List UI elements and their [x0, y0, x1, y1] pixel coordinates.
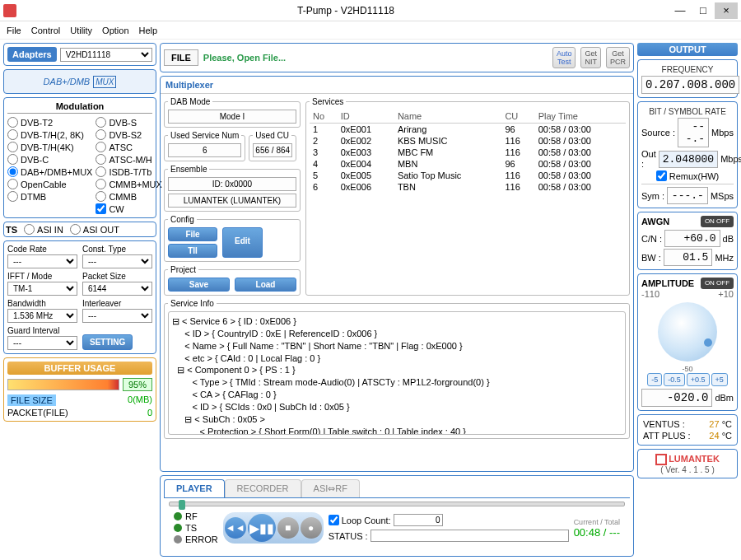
amplitude-value[interactable]: -020.0	[641, 389, 712, 407]
modulation-cmmb[interactable]: CMMB	[96, 191, 161, 202]
stop-button[interactable]: ■	[277, 517, 299, 539]
modulation-dvb-s2[interactable]: DVB-S2	[96, 129, 161, 140]
modulation-isdb-t-tb[interactable]: ISDB-T/Tb	[96, 166, 161, 177]
modulation-cmmb-mux[interactable]: CMMB+MUX	[96, 179, 161, 189]
packet-value: 0	[147, 408, 152, 418]
bandwidth-select[interactable]: 1.536 MHz	[7, 309, 77, 323]
remux-check[interactable]: Remux(HW)	[641, 170, 734, 181]
asi-out-radio[interactable]: ASI OUT	[70, 224, 119, 235]
buffer-panel: BUFFER USAGE 95% FILE SIZE 0(MB) PACKET(…	[3, 357, 156, 422]
ts-label: TS	[6, 225, 17, 235]
file-button[interactable]: FILE	[164, 49, 198, 66]
led-ts	[174, 524, 182, 532]
adapter-select[interactable]: V2HD11118	[60, 48, 152, 62]
modulation-atsc-m-h[interactable]: ATSC-M/H	[96, 154, 161, 165]
awgn-toggle[interactable]: ON OFF	[701, 216, 734, 227]
modulation-atsc[interactable]: ATSC	[96, 142, 161, 152]
modulation-dvb-t2[interactable]: DVB-T2	[7, 117, 92, 128]
ensemble-id: ID: 0x0000	[168, 177, 296, 191]
modulation-opencable[interactable]: OpenCable	[7, 179, 92, 189]
amp-plus-05[interactable]: +0.5	[687, 373, 710, 386]
service-info-tree[interactable]: ⊟ < Service 6 > { ID : 0xE006 } < ID > {…	[168, 311, 626, 435]
version-text: ( Ver. 4 . 1 . 5 )	[641, 465, 734, 474]
modulation-dvb-t-h-2-8k-[interactable]: DVB-T/H(2, 8K)	[7, 129, 92, 140]
buffer-title: BUFFER USAGE	[7, 362, 152, 375]
awgn-bw-value[interactable]: 01.5	[664, 249, 713, 266]
frequency-panel: FREQUENCY 0.207.008.000Hz	[637, 59, 738, 98]
guard-interval-select[interactable]: ---	[7, 336, 77, 350]
amp-minus-5[interactable]: -5	[647, 373, 662, 386]
current-total-value: 00:48 / ---	[574, 526, 620, 539]
menu-control[interactable]: Control	[31, 26, 60, 35]
modulation-cw[interactable]: CW	[96, 203, 161, 214]
service-row[interactable]: 10xE001Arirang9600:58 / 03:00	[310, 124, 626, 136]
menu-file[interactable]: File	[7, 26, 21, 35]
awgn-panel: AWGNON OFF C/N :+60.0dB BW :01.5MHz	[637, 212, 738, 270]
amplitude-knob[interactable]	[658, 302, 717, 362]
modulation-dvb-s[interactable]: DVB-S	[96, 117, 161, 128]
menu-utility[interactable]: Utility	[70, 26, 92, 35]
record-button[interactable]: ●	[301, 517, 322, 539]
ts-selector: TS ASI IN ASI OUT	[3, 222, 156, 237]
config-file-button[interactable]: File	[168, 227, 217, 241]
project-save-button[interactable]: Save	[168, 278, 230, 292]
close-button[interactable]: ×	[715, 2, 738, 19]
packet-label: PACKET(FILE)	[7, 408, 68, 418]
lumantek-logo: LUMANTEK	[641, 453, 734, 465]
tab-recorder[interactable]: RECORDER	[225, 479, 301, 497]
mode-lcd: DAB+/DMBMUX	[3, 69, 156, 94]
ifft-select[interactable]: TM-1	[7, 282, 77, 296]
const-type-select[interactable]: ---	[82, 254, 152, 268]
service-row[interactable]: 50xE005Satio Top Music11600:58 / 03:00	[310, 170, 626, 181]
modulation-dvb-c[interactable]: DVB-C	[7, 154, 92, 165]
tab-asi-rf[interactable]: ASI⇔RF	[301, 479, 360, 497]
menu-help[interactable]: Help	[139, 26, 158, 35]
service-row[interactable]: 60xE006TBN11600:58 / 03:00	[310, 181, 626, 193]
service-row[interactable]: 40xE004MBN9600:58 / 03:00	[310, 158, 626, 170]
brand-panel: LUMANTEK ( Ver. 4 . 1 . 5 )	[637, 449, 738, 478]
play-pause-button[interactable]: ▶▮▮	[248, 514, 276, 542]
used-cu: 656 / 864	[253, 143, 292, 157]
source-rate: ---.-	[678, 118, 709, 147]
file-message: Please, Open File...	[203, 53, 548, 63]
modulation-dvb-t-h-4k-[interactable]: DVB-T/H(4K)	[7, 142, 92, 152]
get-nit-button[interactable]: Get NIT	[580, 47, 601, 68]
get-pcr-button[interactable]: Get PCR	[606, 47, 630, 68]
modulation-dtmb[interactable]: DTMB	[7, 191, 92, 202]
maximize-button[interactable]: □	[692, 2, 715, 19]
rewind-button[interactable]: ◄◄	[225, 517, 246, 539]
loop-count-check[interactable]: Loop Count:	[329, 515, 391, 525]
loop-count-input[interactable]	[394, 514, 443, 526]
out-rate[interactable]: 2.048000	[659, 151, 718, 168]
interleaver-select[interactable]: ---	[82, 309, 152, 323]
service-row[interactable]: 20xE002KBS MUSIC11600:58 / 03:00	[310, 135, 626, 147]
amplitude-toggle[interactable]: ON OFF	[701, 278, 734, 289]
bitrate-panel: BIT / SYMBOL RATE Source :---.-Mbps Out …	[637, 101, 738, 208]
filesize-value: 0(MB)	[128, 394, 152, 406]
amp-plus-5[interactable]: +5	[711, 373, 728, 386]
asi-in-radio[interactable]: ASI IN	[24, 224, 63, 235]
led-error	[174, 535, 182, 544]
modulation-[interactable]	[7, 203, 92, 214]
code-rate-select[interactable]: ---	[7, 254, 77, 268]
packet-size-select[interactable]: 6144	[82, 282, 152, 296]
service-row[interactable]: 30xE003MBC FM11600:58 / 03:00	[310, 147, 626, 158]
config-edit-button[interactable]: Edit	[222, 227, 263, 258]
menu-option[interactable]: Option	[102, 26, 128, 35]
amp-minus-05[interactable]: -0.5	[664, 373, 685, 386]
tab-player[interactable]: PLAYER	[164, 479, 225, 497]
output-title: OUTPUT	[637, 43, 738, 56]
config-tii-button[interactable]: TII	[168, 244, 217, 258]
project-load-button[interactable]: Load	[235, 278, 296, 292]
temp-panel: VENTUS :27 °C ATT PLUS :24 °C	[637, 414, 738, 446]
buffer-bar	[7, 379, 119, 390]
auto-test-button[interactable]: Auto Test	[552, 47, 576, 68]
cn-value[interactable]: +60.0	[664, 230, 720, 247]
multiplexer-title: Multiplexer	[161, 77, 633, 94]
frequency-value[interactable]: 0.207.008.000	[641, 76, 739, 94]
modulation-dab-dmb-mux[interactable]: DAB+/DMB+MUX	[7, 166, 92, 177]
progress-slider[interactable]	[169, 502, 625, 506]
minimize-button[interactable]: —	[669, 2, 692, 19]
setting-button[interactable]: SETTING	[82, 334, 133, 350]
modulation-panel: Modulation DVB-T2DVB-SDVB-T/H(2, 8K)DVB-…	[3, 97, 156, 218]
